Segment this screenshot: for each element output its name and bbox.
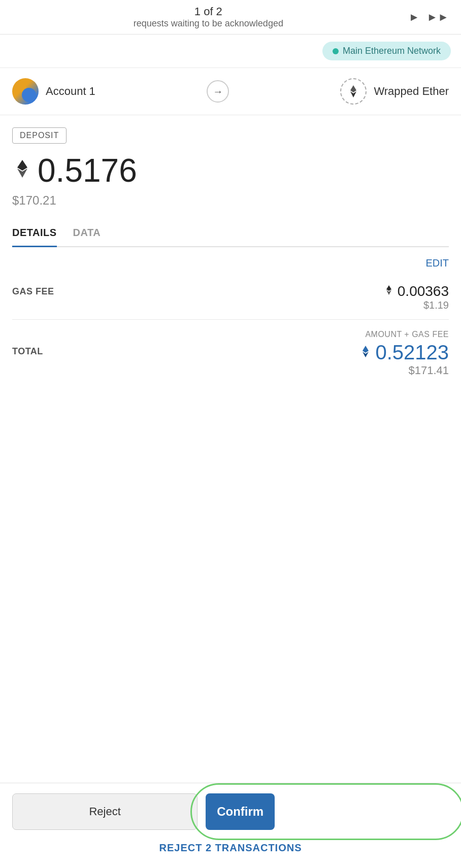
account-section: Account 1 → Wrapped Ether (0, 68, 461, 115)
tab-details[interactable]: DETAILS (12, 220, 57, 247)
svg-marker-4 (386, 285, 391, 291)
account-left: Account 1 (12, 78, 95, 105)
avatar (12, 78, 39, 105)
request-counter-subtitle: requests waiting to be acknowledged (10, 18, 407, 29)
details-content: EDIT GAS FEE 0.00363 $1.19 (12, 247, 449, 397)
bottom-section: Reject Confirm REJECT 2 TRANSACTIONS (0, 783, 461, 868)
total-label: TOTAL (12, 330, 43, 357)
skip-arrow-button[interactable]: ►► (424, 9, 451, 26)
total-row: TOTAL AMOUNT + GAS FEE 0.52123 $171.41 (12, 320, 449, 387)
transaction-section: DEPOSIT 0.5176 $170.21 DETAILS DATA EDIT… (0, 115, 461, 783)
account-name: Account 1 (46, 85, 95, 98)
deposit-badge: DEPOSIT (12, 127, 67, 144)
transaction-amount: 0.5176 (38, 152, 137, 189)
button-row: Reject Confirm (12, 793, 449, 830)
svg-marker-6 (363, 346, 369, 353)
total-usd: $171.41 (359, 364, 449, 377)
network-badge[interactable]: Main Ethereum Network (322, 42, 451, 60)
request-counter-title: 1 of 2 (10, 5, 407, 18)
confirm-button[interactable]: Confirm (206, 793, 275, 830)
tab-data[interactable]: DATA (73, 220, 101, 247)
account-right: Wrapped Ether (340, 78, 449, 105)
total-eth-value: 0.52123 (375, 341, 449, 364)
eth-diamond-gas-icon (383, 284, 394, 298)
token-name: Wrapped Ether (374, 85, 449, 98)
reject-button[interactable]: Reject (12, 793, 197, 830)
eth-diamond-total-icon (359, 345, 372, 361)
confirm-highlight: Confirm (206, 793, 449, 830)
network-dot-icon (333, 48, 339, 54)
tabs: DETAILS DATA (12, 220, 449, 247)
amount-row: 0.5176 (12, 152, 449, 189)
request-counter-section: 1 of 2 requests waiting to be acknowledg… (10, 5, 407, 29)
top-bar: 1 of 2 requests waiting to be acknowledg… (0, 0, 461, 35)
arrow-icon: → (207, 80, 229, 103)
reject-transactions-link[interactable]: REJECT 2 TRANSACTIONS (12, 838, 449, 858)
network-banner: Main Ethereum Network (0, 35, 461, 68)
gas-fee-usd: $1.19 (383, 299, 449, 311)
eth-diamond-large-icon (12, 158, 32, 183)
next-arrow-button[interactable]: ► (407, 9, 422, 26)
total-eth: 0.52123 (359, 341, 449, 364)
gas-fee-row: GAS FEE 0.00363 $1.19 (12, 275, 449, 320)
network-label: Main Ethereum Network (343, 46, 441, 56)
svg-marker-2 (17, 160, 27, 171)
nav-arrows: ► ►► (407, 9, 451, 26)
total-value: AMOUNT + GAS FEE 0.52123 $171.41 (359, 330, 449, 377)
gas-fee-eth-value: 0.00363 (398, 283, 449, 299)
svg-marker-0 (350, 85, 356, 92)
phone-wrapper: 1 of 2 requests waiting to be acknowledg… (0, 0, 461, 868)
gas-fee-label: GAS FEE (12, 283, 54, 297)
transaction-amount-usd: $170.21 (12, 193, 449, 208)
gas-fee-eth: 0.00363 (383, 283, 449, 299)
amount-gas-label: AMOUNT + GAS FEE (359, 330, 449, 339)
gas-fee-value: 0.00363 $1.19 (383, 283, 449, 311)
edit-link[interactable]: EDIT (12, 257, 449, 269)
token-icon (340, 78, 367, 105)
